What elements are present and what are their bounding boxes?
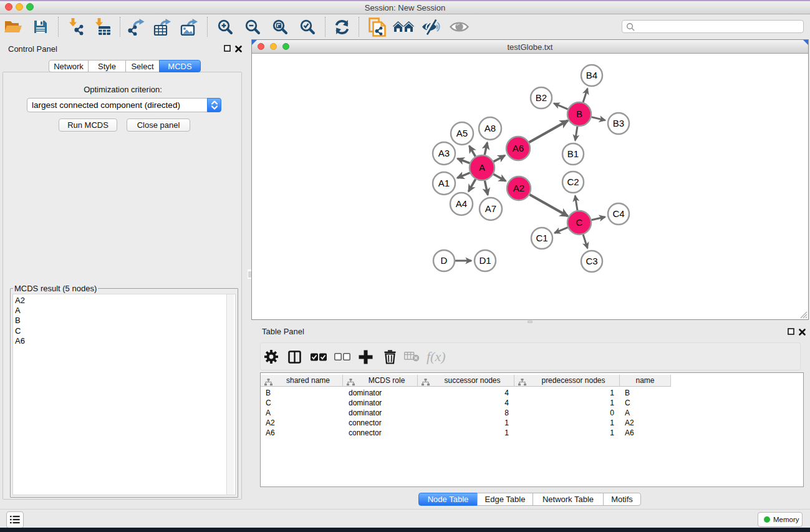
svg-text:A5: A5: [456, 128, 468, 138]
svg-text:C: C: [576, 217, 583, 228]
svg-text:C1: C1: [536, 233, 547, 243]
svg-text:B2: B2: [536, 92, 547, 103]
svg-text:A: A: [479, 162, 485, 173]
svg-text:D: D: [441, 255, 448, 266]
svg-text:B3: B3: [613, 118, 624, 128]
svg-text:C3: C3: [586, 256, 597, 266]
svg-text:B4: B4: [586, 70, 597, 80]
svg-text:A7: A7: [485, 203, 496, 214]
svg-text:B: B: [576, 109, 582, 119]
svg-text:C4: C4: [612, 208, 624, 219]
svg-text:A3: A3: [438, 148, 450, 158]
svg-text:B1: B1: [567, 148, 579, 159]
svg-text:A2: A2: [513, 183, 524, 193]
svg-text:A8: A8: [485, 123, 496, 133]
svg-text:A6: A6: [513, 143, 524, 153]
svg-text:D1: D1: [479, 255, 491, 266]
svg-text:C2: C2: [567, 177, 579, 187]
svg-text:A4: A4: [456, 198, 467, 209]
svg-text:A1: A1: [438, 178, 450, 188]
